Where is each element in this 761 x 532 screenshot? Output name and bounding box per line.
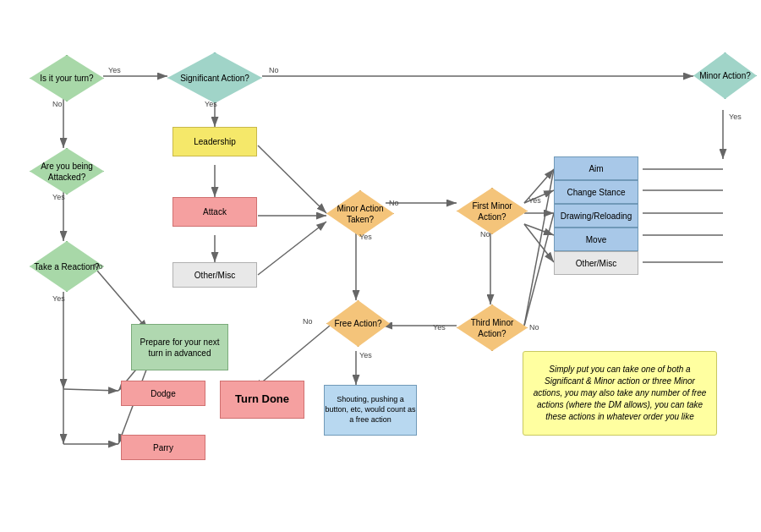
svg-line-10 [63, 389, 118, 391]
other-misc-2-box: Other/Misc [554, 251, 638, 275]
prepare-next-turn-box: Prepare for your next turn in advanced [131, 324, 228, 370]
significant-action-diamond: Significant Action? [167, 52, 262, 103]
no-label-third-minor: No [529, 323, 539, 332]
svg-line-16 [258, 145, 326, 213]
is-your-turn-diamond: Is it your turn? [30, 55, 104, 101]
shouting-box: Shouting, pushing a button, etc, would c… [324, 385, 417, 436]
arrows-layer [0, 0, 761, 532]
no-label-sig: No [269, 66, 279, 74]
free-action-diamond: Free Action? [326, 300, 390, 347]
yes-label-minor-taken: Yes [359, 233, 372, 241]
no-label-reaction: No [93, 262, 103, 271]
third-minor-action-diamond: Third Minor Action? [457, 304, 528, 351]
first-minor-action-diamond: First Minor Action? [457, 188, 528, 234]
svg-line-21 [254, 326, 330, 389]
are-you-attacked-diamond: Are you being Attacked? [30, 148, 104, 195]
leadership-box: Leadership [172, 127, 257, 156]
svg-line-31 [524, 213, 554, 326]
yes-label-1: Yes [108, 66, 121, 74]
move-box: Move [554, 228, 638, 251]
svg-line-28 [524, 224, 554, 262]
no-label-first-minor: No [480, 230, 490, 239]
no-label-is-turn: No [52, 100, 63, 108]
flowchart-canvas: Is it your turn? Yes Significant Action?… [0, 0, 761, 532]
yes-label-first-minor: Yes [528, 196, 541, 205]
no-label-free: No [303, 317, 313, 326]
svg-line-27 [524, 224, 554, 235]
attack-box: Attack [172, 197, 257, 227]
drawing-reloading-box: Drawing/Reloading [554, 204, 638, 228]
dodge-box: Dodge [121, 381, 205, 406]
minor-action-top-diamond: Minor Action? [693, 52, 757, 99]
yes-label-free: Yes [359, 351, 372, 359]
svg-line-30 [524, 169, 554, 326]
yes-label-sig: Yes [205, 100, 217, 108]
yes-label-reaction: Yes [52, 294, 65, 303]
svg-line-6 [97, 271, 148, 330]
no-label-minor-taken: No [389, 199, 399, 207]
aim-box: Aim [554, 156, 638, 180]
yes-label-attacked: Yes [52, 193, 65, 201]
yes-label-third-minor: Yes [433, 323, 446, 332]
other-misc-1-box: Other/Misc [172, 262, 257, 288]
yes-label-minor: Yes [729, 112, 742, 121]
note-box: Simply put you can take one of both a Si… [523, 351, 717, 436]
svg-line-18 [258, 222, 326, 275]
parry-box: Parry [121, 435, 205, 460]
turn-done-box: Turn Done [220, 381, 304, 419]
minor-action-taken-diamond: Minor Action Taken? [326, 190, 394, 237]
change-stance-box: Change Stance [554, 180, 638, 204]
